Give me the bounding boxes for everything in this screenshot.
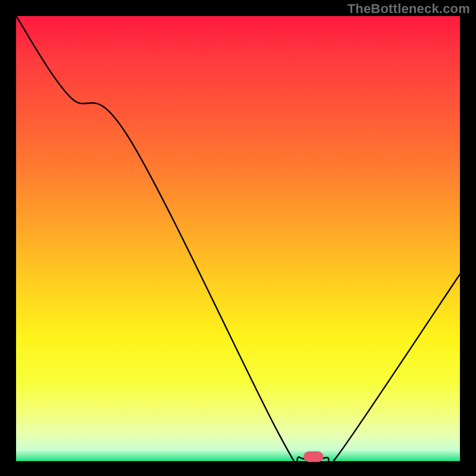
optimal-marker [303, 452, 323, 462]
chart-svg [0, 0, 476, 476]
chart-outer-frame: TheBottleneck.com [0, 0, 476, 476]
plot-gradient-background [16, 16, 460, 461]
